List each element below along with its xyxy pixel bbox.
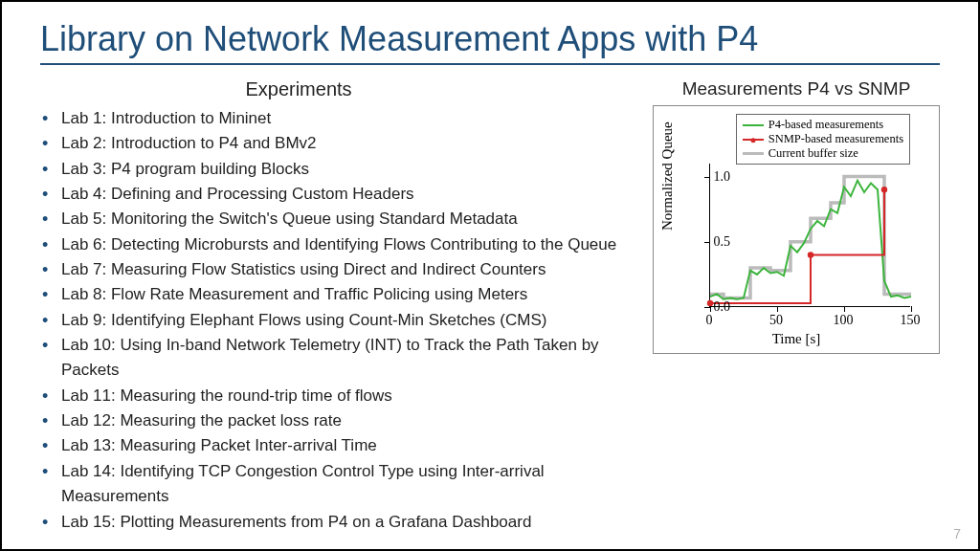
- y-axis-label: Normalized Queue: [659, 121, 676, 231]
- svg-point-2: [881, 187, 887, 192]
- legend-label: P4-based measurements: [768, 118, 883, 132]
- lab-list: Lab 1: Introduction to MininetLab 2: Int…: [40, 106, 634, 535]
- right-column: Measurements P4 vs SNMP P4-based measure…: [653, 78, 940, 535]
- x-tick-label: 100: [834, 313, 854, 328]
- chart-lines: [710, 164, 911, 307]
- y-tick-label: 0.5: [714, 234, 731, 250]
- legend-swatch-gray-icon: [743, 152, 764, 155]
- list-item: Lab 4: Defining and Processing Custom He…: [40, 182, 634, 207]
- list-item: Lab 2: Introduction to P4 and BMv2: [40, 131, 634, 156]
- list-item: Lab 1: Introduction to Mininet: [40, 106, 634, 131]
- legend-swatch-green-icon: [743, 124, 764, 126]
- legend-entry-snmp: SNMP-based measurements: [743, 132, 903, 146]
- chart-legend: P4-based measurements SNMP-based measure…: [736, 114, 910, 165]
- legend-swatch-red-icon: [743, 139, 764, 141]
- y-tick-label: 1.0: [714, 169, 731, 185]
- slide: Library on Network Measurement Apps with…: [0, 0, 980, 551]
- list-item: Lab 10: Using In-band Network Telemetry …: [40, 333, 634, 384]
- list-item: Lab 9: Identifying Elephant Flows using …: [40, 308, 634, 333]
- legend-entry-p4: P4-based measurements: [743, 118, 903, 132]
- y-tick-label: 0.0: [714, 299, 731, 315]
- list-item: Lab 8: Flow Rate Measurement and Traffic…: [40, 282, 634, 307]
- x-tick-label: 50: [769, 313, 783, 328]
- x-axis-label: Time [s]: [654, 331, 939, 347]
- list-item: Lab 11: Measuring the round-trip time of…: [40, 384, 634, 408]
- x-tick-label: 150: [901, 313, 921, 328]
- chart-box: P4-based measurements SNMP-based measure…: [653, 105, 940, 354]
- left-column: Experiments Lab 1: Introduction to Minin…: [40, 78, 634, 535]
- list-item: Lab 5: Monitoring the Switch's Queue usi…: [40, 207, 634, 231]
- list-item: Lab 13: Measuring Packet Inter-arrival T…: [40, 433, 634, 458]
- list-item: Lab 3: P4 program building Blocks: [40, 157, 634, 182]
- experiments-heading: Experiments: [212, 78, 385, 100]
- legend-entry-buffer: Current buffer size: [743, 146, 903, 161]
- list-item: Lab 6: Detecting Microbursts and Identif…: [40, 232, 634, 257]
- list-item: Lab 15: Plotting Measurements from P4 on…: [40, 510, 634, 535]
- slide-title: Library on Network Measurement Apps with…: [40, 19, 940, 65]
- chart-title: Measurements P4 vs SNMP: [653, 78, 940, 99]
- list-item: Lab 12: Measuring the packet loss rate: [40, 408, 634, 433]
- svg-point-1: [808, 252, 813, 257]
- legend-label: SNMP-based measurements: [768, 132, 903, 146]
- legend-label: Current buffer size: [768, 146, 858, 161]
- plot-area: [709, 164, 910, 307]
- list-item: Lab 7: Measuring Flow Statistics using D…: [40, 257, 634, 282]
- x-tick-label: 0: [706, 313, 713, 328]
- slide-body: Experiments Lab 1: Introduction to Minin…: [40, 78, 940, 535]
- list-item: Lab 14: Identifying TCP Congestion Contr…: [40, 459, 634, 510]
- page-number: 7: [953, 526, 961, 541]
